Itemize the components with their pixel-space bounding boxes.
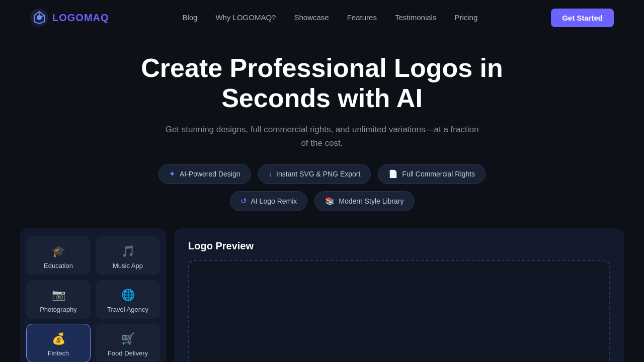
logo-preview-title: Logo Preview bbox=[188, 240, 610, 252]
remix-icon: ↺ bbox=[240, 197, 247, 206]
category-education[interactable]: 🎓 Education bbox=[26, 236, 91, 275]
nav-testimonials[interactable]: Testimonials bbox=[395, 13, 437, 22]
category-travel-agency[interactable]: 🌐 Travel Agency bbox=[96, 280, 160, 319]
food-icon: 🛒 bbox=[121, 332, 135, 345]
nav-showcase[interactable]: Showcase bbox=[294, 13, 329, 22]
category-music-app[interactable]: 🎵 Music App bbox=[96, 236, 160, 275]
nav-pricing[interactable]: Pricing bbox=[454, 13, 477, 22]
ai-design-icon: ✦ bbox=[169, 169, 176, 178]
hero-section: Create Professional Logos in Seconds wit… bbox=[0, 35, 644, 223]
badge-ai-design[interactable]: ✦ AI-Powered Design bbox=[158, 164, 251, 184]
logo-text: LOGOMAQ bbox=[52, 12, 109, 24]
feature-badges-row1: ✦ AI-Powered Design ↓ Instant SVG & PNG … bbox=[30, 164, 614, 184]
category-grid: 🎓 Education 🎵 Music App 📷 Photography 🌐 … bbox=[26, 236, 160, 362]
category-fintech[interactable]: 💰 Fintech bbox=[26, 324, 91, 362]
fintech-icon: 💰 bbox=[52, 332, 65, 345]
export-icon: ↓ bbox=[269, 169, 273, 178]
library-icon: 📚 bbox=[325, 197, 335, 206]
nav-features[interactable]: Features bbox=[347, 13, 377, 22]
commercial-icon: 📄 bbox=[388, 169, 398, 178]
get-started-button[interactable]: Get Started bbox=[551, 9, 614, 27]
education-icon: 🎓 bbox=[52, 245, 65, 258]
nav-links: Blog Why LOGOMAQ? Showcase Features Test… bbox=[182, 13, 477, 22]
travel-icon: 🌐 bbox=[121, 289, 135, 302]
music-icon: 🎵 bbox=[121, 245, 135, 258]
badge-style-library[interactable]: 📚 Modern Style Library bbox=[314, 191, 414, 211]
badge-svg-export[interactable]: ↓ Instant SVG & PNG Export bbox=[258, 164, 371, 184]
left-panel: 🎓 Education 🎵 Music App 📷 Photography 🌐 … bbox=[20, 228, 166, 362]
right-panel: Logo Preview bbox=[174, 228, 624, 362]
badge-commercial-rights[interactable]: 📄 Full Commercial Rights bbox=[378, 164, 486, 184]
logomaq-logo-icon bbox=[30, 9, 48, 27]
hero-subtitle: Get stunning designs, full commercial ri… bbox=[161, 123, 483, 150]
logo-area: LOGOMAQ bbox=[30, 9, 109, 27]
nav-why[interactable]: Why LOGOMAQ? bbox=[215, 13, 276, 22]
category-photography[interactable]: 📷 Photography bbox=[26, 280, 91, 319]
navbar: LOGOMAQ Blog Why LOGOMAQ? Showcase Featu… bbox=[0, 0, 644, 35]
photography-icon: 📷 bbox=[52, 289, 65, 302]
nav-blog[interactable]: Blog bbox=[182, 13, 197, 22]
logo-preview-box bbox=[188, 260, 610, 362]
feature-badges-row2: ↺ AI Logo Remix 📚 Modern Style Library bbox=[30, 191, 614, 211]
main-section: 🎓 Education 🎵 Music App 📷 Photography 🌐 … bbox=[0, 223, 644, 362]
hero-title: Create Professional Logos in Seconds wit… bbox=[141, 53, 503, 114]
svg-point-2 bbox=[37, 15, 42, 20]
category-food-delivery[interactable]: 🛒 Food Delivery bbox=[96, 324, 160, 362]
badge-ai-remix[interactable]: ↺ AI Logo Remix bbox=[230, 191, 308, 211]
